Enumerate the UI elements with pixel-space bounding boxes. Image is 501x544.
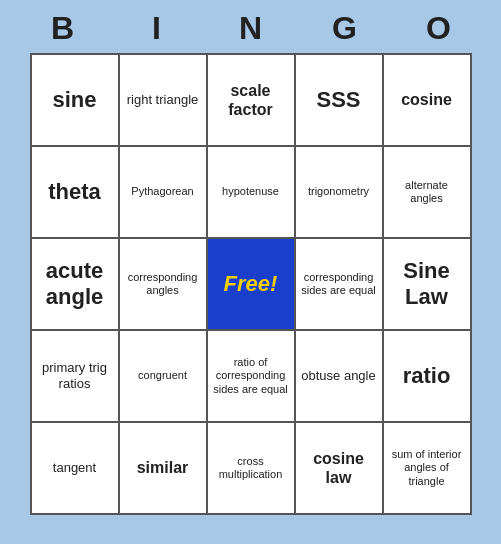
- bingo-cell-17[interactable]: ratio of corresponding sides are equal: [208, 331, 294, 421]
- bingo-cell-13[interactable]: corresponding sides are equal: [296, 239, 382, 329]
- bingo-cell-3[interactable]: SSS: [296, 55, 382, 145]
- bingo-cell-14[interactable]: Sine Law: [384, 239, 470, 329]
- bingo-cell-1[interactable]: right triangle: [120, 55, 206, 145]
- bingo-cell-11[interactable]: corresponding angles: [120, 239, 206, 329]
- bingo-cell-0[interactable]: sine: [32, 55, 118, 145]
- bingo-cell-2[interactable]: scale factor: [208, 55, 294, 145]
- bingo-cell-12[interactable]: Free!: [208, 239, 294, 329]
- bingo-cell-16[interactable]: congruent: [120, 331, 206, 421]
- bingo-cell-24[interactable]: sum of interior angles of triangle: [384, 423, 470, 513]
- header-o: O: [396, 10, 482, 47]
- bingo-header: B I N G O: [16, 0, 486, 53]
- header-g: G: [302, 10, 388, 47]
- bingo-cell-19[interactable]: ratio: [384, 331, 470, 421]
- header-b: B: [20, 10, 106, 47]
- bingo-cell-8[interactable]: trigonometry: [296, 147, 382, 237]
- bingo-cell-4[interactable]: cosine: [384, 55, 470, 145]
- header-i: I: [114, 10, 200, 47]
- bingo-grid: sineright trianglescale factorSSScosinet…: [30, 53, 472, 515]
- bingo-cell-23[interactable]: cosine law: [296, 423, 382, 513]
- bingo-cell-22[interactable]: cross multiplication: [208, 423, 294, 513]
- bingo-cell-9[interactable]: alternate angles: [384, 147, 470, 237]
- bingo-cell-21[interactable]: similar: [120, 423, 206, 513]
- bingo-cell-10[interactable]: acute angle: [32, 239, 118, 329]
- bingo-cell-6[interactable]: Pythagorean: [120, 147, 206, 237]
- header-n: N: [208, 10, 294, 47]
- bingo-cell-7[interactable]: hypotenuse: [208, 147, 294, 237]
- bingo-cell-5[interactable]: theta: [32, 147, 118, 237]
- bingo-cell-20[interactable]: tangent: [32, 423, 118, 513]
- bingo-cell-15[interactable]: primary trig ratios: [32, 331, 118, 421]
- bingo-cell-18[interactable]: obtuse angle: [296, 331, 382, 421]
